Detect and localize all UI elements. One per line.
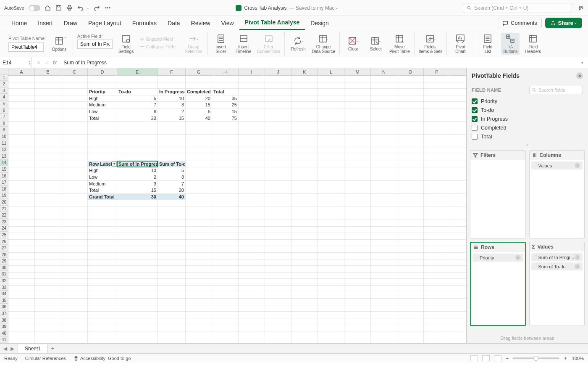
cell-E22[interactable]: [117, 213, 158, 220]
cell-F16[interactable]: 8: [158, 174, 186, 180]
cell-F13[interactable]: [158, 154, 186, 161]
cell-K26[interactable]: [291, 240, 318, 246]
cell-L27[interactable]: [318, 246, 344, 252]
column-header-E[interactable]: E: [117, 68, 158, 75]
cell-D7[interactable]: Total: [88, 115, 117, 122]
cell-I26[interactable]: [239, 240, 265, 246]
cell-J29[interactable]: [265, 259, 291, 266]
cell-F10[interactable]: [158, 135, 186, 141]
cell-E2[interactable]: [117, 82, 158, 89]
cell-K18[interactable]: [291, 187, 318, 193]
cell-P28[interactable]: [424, 253, 450, 259]
cell-C5[interactable]: [61, 102, 88, 108]
plus-minus-buttons-button[interactable]: +/- Buttons: [501, 33, 520, 55]
cell-E26[interactable]: [117, 240, 158, 246]
cell-J5[interactable]: [265, 102, 291, 108]
cell-J31[interactable]: [265, 273, 291, 279]
cell-C22[interactable]: [61, 213, 88, 220]
select-all-corner[interactable]: [0, 68, 8, 74]
cell-M35[interactable]: [344, 299, 371, 305]
cell-A1[interactable]: [8, 76, 35, 82]
cell-J18[interactable]: [265, 187, 291, 193]
cell-J38[interactable]: [265, 318, 291, 325]
cell-F27[interactable]: [158, 246, 186, 252]
cell-A24[interactable]: [8, 227, 35, 233]
cell-A41[interactable]: [8, 338, 35, 343]
cell-H11[interactable]: [212, 141, 239, 148]
pill-info-icon[interactable]: i: [575, 163, 580, 168]
cell-K24[interactable]: [291, 227, 318, 233]
cell-B15[interactable]: [35, 167, 61, 174]
cell-L16[interactable]: [318, 174, 344, 180]
cell-D31[interactable]: [88, 273, 117, 279]
cell-I6[interactable]: [239, 109, 265, 115]
cell-K8[interactable]: [291, 122, 318, 128]
cell-C19[interactable]: [61, 194, 88, 200]
cell-C2[interactable]: [61, 82, 88, 89]
cell-L8[interactable]: [318, 122, 344, 128]
cell-G28[interactable]: [186, 253, 212, 259]
cell-C39[interactable]: [61, 325, 88, 331]
cell-K12[interactable]: [291, 148, 318, 154]
cell-I16[interactable]: [239, 174, 265, 180]
cell-I24[interactable]: [239, 227, 265, 233]
cell-P35[interactable]: [424, 299, 450, 305]
cell-D14[interactable]: Row Labels▾: [88, 161, 117, 167]
cell-L36[interactable]: [318, 305, 344, 312]
cell-N33[interactable]: [371, 286, 397, 292]
cell-I36[interactable]: [239, 305, 265, 312]
cell-O11[interactable]: [397, 141, 424, 148]
cell-P34[interactable]: [424, 292, 450, 299]
column-header-D[interactable]: D: [88, 68, 117, 75]
tab-pivot-table-analyse[interactable]: Pivot Table Analyse: [239, 16, 305, 30]
cell-G8[interactable]: [186, 122, 212, 128]
cell-C37[interactable]: [61, 312, 88, 318]
autosave-toggle[interactable]: [29, 5, 40, 11]
cell-A26[interactable]: [8, 240, 35, 246]
cell-F33[interactable]: [158, 286, 186, 292]
cell-A40[interactable]: [8, 331, 35, 338]
cell-P2[interactable]: [424, 82, 450, 89]
cell-F30[interactable]: [158, 266, 186, 272]
cell-M15[interactable]: [344, 167, 371, 174]
cell-M2[interactable]: [344, 82, 371, 89]
cell-N30[interactable]: [371, 266, 397, 272]
cell-M19[interactable]: [344, 194, 371, 200]
cell-M29[interactable]: [344, 259, 371, 266]
cell-F19[interactable]: 40: [158, 194, 186, 200]
cell-D2[interactable]: [88, 82, 117, 89]
cell-M39[interactable]: [344, 325, 371, 331]
cell-N4[interactable]: [371, 95, 397, 102]
cell-M23[interactable]: [344, 220, 371, 226]
cell-G29[interactable]: [186, 259, 212, 266]
row-header-38[interactable]: 38: [0, 317, 8, 324]
cell-J2[interactable]: [265, 82, 291, 89]
cell-O38[interactable]: [397, 318, 424, 325]
cell-G31[interactable]: [186, 273, 212, 279]
cell-E30[interactable]: [117, 266, 158, 272]
cell-O41[interactable]: [397, 338, 424, 343]
cell-M38[interactable]: [344, 318, 371, 325]
field-settings-button[interactable]: Field Settings: [117, 34, 135, 54]
cell-C8[interactable]: [61, 122, 88, 128]
cell-K13[interactable]: [291, 154, 318, 161]
cell-I34[interactable]: [239, 292, 265, 299]
row-header-18[interactable]: 18: [0, 186, 8, 193]
cell-L32[interactable]: [318, 279, 344, 285]
cell-H31[interactable]: [212, 273, 239, 279]
cell-O32[interactable]: [397, 279, 424, 285]
insert-slicer-button[interactable]: Insert Slicer: [212, 34, 230, 54]
cell-M20[interactable]: [344, 200, 371, 207]
insert-timeline-button[interactable]: Insert Timeline: [234, 34, 253, 54]
cell-P27[interactable]: [424, 246, 450, 252]
cell-E18[interactable]: 15: [117, 187, 158, 193]
row-header-25[interactable]: 25: [0, 232, 8, 238]
cell-N5[interactable]: [371, 102, 397, 108]
cell-P30[interactable]: [424, 266, 450, 272]
cell-I11[interactable]: [239, 141, 265, 148]
cell-O26[interactable]: [397, 240, 424, 246]
row-header-17[interactable]: 17: [0, 179, 8, 186]
cell-G4[interactable]: 20: [186, 95, 212, 102]
cell-N38[interactable]: [371, 318, 397, 325]
cell-G17[interactable]: [186, 181, 212, 187]
